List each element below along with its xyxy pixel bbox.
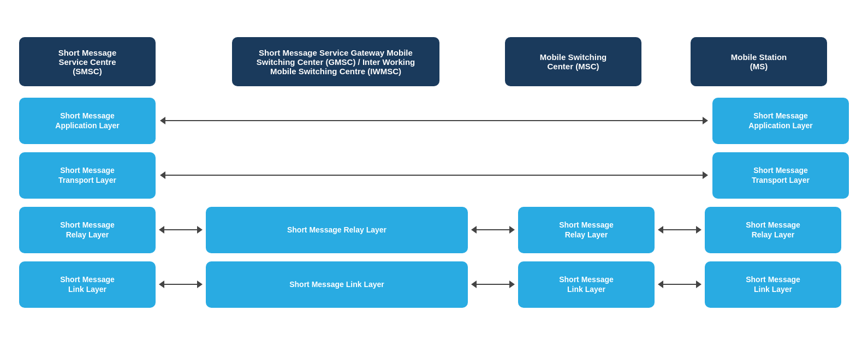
row-application: Short Message Application Layer Short Me… (19, 96, 849, 145)
arrow-gmsc-msc-relay (471, 226, 515, 234)
ms-relay-layer: Short Message Relay Layer (705, 207, 841, 253)
arrow-transport (160, 171, 708, 179)
arrow-right-tip (509, 281, 515, 288)
gmsc-relay-layer: Short Message Relay Layer (206, 207, 468, 253)
layers-container: Short Message Application Layer Short Me… (19, 96, 849, 309)
ms-transport-layer: Short Message Transport Layer (712, 152, 849, 199)
arrow-line (165, 175, 703, 176)
arrow-line (663, 229, 696, 230)
arrow-right-tip (197, 226, 203, 234)
arrow-right-tip (509, 226, 515, 234)
smsc-application-layer: Short Message Application Layer (19, 98, 156, 144)
arrow-gmsc-msc-link (471, 281, 515, 288)
ms-application-layer: Short Message Application Layer (712, 98, 849, 144)
arrow-left-tip (471, 226, 477, 234)
arrow-right-tip (703, 117, 708, 124)
arrow-line (164, 284, 197, 285)
smsc-link-layer: Short Message Link Layer (19, 261, 156, 308)
arrow-right-tip (197, 281, 203, 288)
arrow-right-tip (696, 281, 701, 288)
arrow-line (477, 284, 509, 285)
arrow-left-tip (159, 281, 164, 288)
arrow-right-tip (703, 171, 708, 179)
header-row: Short Message Service Centre (SMSC) Shor… (19, 37, 849, 86)
row-link: Short Message Link Layer Short Message L… (19, 260, 849, 309)
header-gmsc: Short Message Service Gateway Mobile Swi… (232, 37, 439, 86)
msc-relay-layer: Short Message Relay Layer (518, 207, 655, 253)
arrow-smsc-gmsc-link (159, 281, 203, 288)
arrow-msc-ms-link (658, 281, 701, 288)
arrow-msc-ms-relay (658, 226, 701, 234)
gmsc-link-layer: Short Message Link Layer (206, 261, 468, 308)
arrow-left-tip (159, 226, 164, 234)
ms-link-layer: Short Message Link Layer (705, 261, 841, 308)
arrow-right-tip (696, 226, 701, 234)
arrow-left-tip (471, 281, 477, 288)
header-msc: Mobile Switching Center (MSC) (505, 37, 641, 86)
row-relay: Short Message Relay Layer Short Message … (19, 205, 849, 254)
arrow-application (160, 117, 708, 124)
row-transport: Short Message Transport Layer Short Mess… (19, 151, 849, 200)
diagram: Short Message Service Centre (SMSC) Shor… (14, 26, 854, 320)
arrow-left-tip (160, 117, 165, 124)
arrow-left-tip (658, 226, 663, 234)
arrow-smsc-gmsc-relay (159, 226, 203, 234)
smsc-transport-layer: Short Message Transport Layer (19, 152, 156, 199)
arrow-left-tip (658, 281, 663, 288)
header-smsc: Short Message Service Centre (SMSC) (19, 37, 156, 86)
arrow-line (663, 284, 696, 285)
arrow-line (477, 229, 509, 230)
msc-link-layer: Short Message Link Layer (518, 261, 655, 308)
arrow-line (165, 120, 703, 121)
header-ms: Mobile Station (MS) (691, 37, 827, 86)
smsc-relay-layer: Short Message Relay Layer (19, 207, 156, 253)
arrow-line (164, 229, 197, 230)
arrow-left-tip (160, 171, 165, 179)
